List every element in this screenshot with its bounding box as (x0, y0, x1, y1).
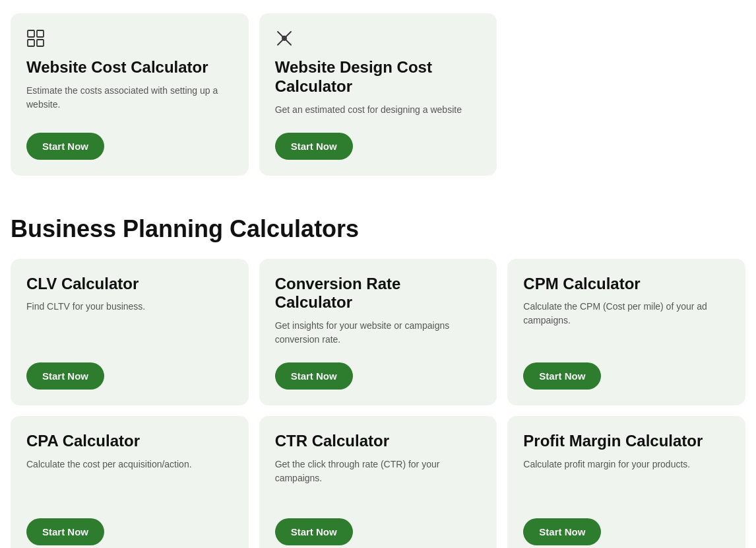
card-content: CPM Calculator Calculate the CPM (Cost p… (523, 275, 730, 363)
cpm-calculator-card: CPM Calculator Calculate the CPM (Cost p… (507, 259, 745, 406)
svg-rect-3 (37, 40, 44, 46)
conversion-rate-calculator-card: Conversion Rate Calculator Get insights … (259, 259, 497, 406)
profit-margin-start-button[interactable]: Start Now (523, 518, 601, 545)
card-content: Website Design Cost Calculator Get an es… (275, 29, 482, 133)
conversion-rate-description: Get insights for your website or campaig… (275, 319, 482, 347)
website-cost-title: Website Cost Calculator (26, 58, 233, 77)
card-content: CPA Calculator Calculate the cost per ac… (26, 432, 233, 518)
clv-calculator-card: CLV Calculator Find CLTV for your busine… (11, 259, 249, 406)
cpa-calculator-card: CPA Calculator Calculate the cost per ac… (11, 416, 249, 548)
cpa-calculator-start-button[interactable]: Start Now (26, 518, 104, 545)
cpm-calculator-start-button[interactable]: Start Now (523, 362, 601, 390)
website-design-cost-start-button[interactable]: Start Now (275, 133, 353, 160)
card-content: Conversion Rate Calculator Get insights … (275, 275, 482, 363)
business-calculators-grid-2: CPA Calculator Calculate the cost per ac… (11, 416, 745, 548)
profit-margin-calculator-card: Profit Margin Calculator Calculate profi… (507, 416, 745, 548)
svg-rect-0 (28, 30, 34, 37)
card-content: CLV Calculator Find CLTV for your busine… (26, 275, 233, 363)
card-content: Website Cost Calculator Estimate the cos… (26, 29, 233, 133)
card-content: Profit Margin Calculator Calculate profi… (523, 432, 730, 518)
website-cost-description: Estimate the costs associated with setti… (26, 84, 233, 112)
conversion-rate-title: Conversion Rate Calculator (275, 275, 482, 313)
ctr-calculator-card: CTR Calculator Get the click through rat… (259, 416, 497, 548)
conversion-rate-start-button[interactable]: Start Now (275, 362, 353, 390)
website-design-cost-description: Get an estimated cost for designing a we… (275, 103, 482, 117)
clv-calculator-description: Find CLTV for your business. (26, 300, 233, 314)
tools-icon (275, 29, 482, 51)
business-calculators-grid: CLV Calculator Find CLTV for your busine… (11, 259, 745, 406)
profit-margin-calculator-title: Profit Margin Calculator (523, 432, 730, 451)
svg-rect-2 (28, 40, 34, 46)
ctr-calculator-title: CTR Calculator (275, 432, 482, 451)
grid-icon (26, 29, 233, 51)
top-placeholder-card (507, 13, 745, 176)
ctr-calculator-start-button[interactable]: Start Now (275, 518, 353, 545)
website-design-cost-title: Website Design Cost Calculator (275, 58, 482, 96)
cpa-calculator-title: CPA Calculator (26, 432, 233, 451)
cpm-calculator-description: Calculate the CPM (Cost per mile) of you… (523, 300, 730, 327)
cpa-calculator-description: Calculate the cost per acquisition/actio… (26, 458, 233, 471)
clv-calculator-start-button[interactable]: Start Now (26, 362, 104, 390)
website-cost-card: Website Cost Calculator Estimate the cos… (11, 13, 249, 176)
top-cards-section: Website Cost Calculator Estimate the cos… (11, 13, 745, 176)
ctr-calculator-description: Get the click through rate (CTR) for you… (275, 458, 482, 485)
profit-margin-calculator-description: Calculate profit margin for your product… (523, 458, 730, 471)
cpm-calculator-title: CPM Calculator (523, 275, 730, 294)
card-content: CTR Calculator Get the click through rat… (275, 432, 482, 518)
business-section-title: Business Planning Calculators (11, 215, 745, 243)
website-cost-start-button[interactable]: Start Now (26, 133, 104, 160)
svg-rect-1 (37, 30, 44, 37)
website-design-cost-card: Website Design Cost Calculator Get an es… (259, 13, 497, 176)
business-planning-section: Business Planning Calculators CLV Calcul… (11, 215, 745, 548)
clv-calculator-title: CLV Calculator (26, 275, 233, 294)
